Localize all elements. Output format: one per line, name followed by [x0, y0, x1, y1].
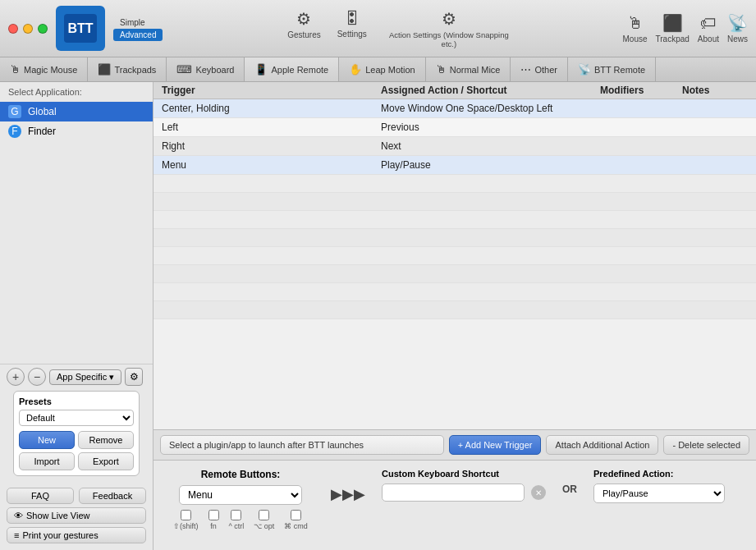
gear-icon: ⚙	[130, 371, 139, 383]
tab-keyboard[interactable]: ⌨ Keyboard	[167, 57, 245, 81]
show-live-view-button[interactable]: 👁 Show Live View	[7, 507, 146, 524]
eye-icon: 👁	[14, 511, 23, 520]
cell-trigger: Menu	[162, 159, 381, 171]
sidebar-gear-button[interactable]: ⚙	[125, 368, 143, 386]
nav-about-label: About	[698, 34, 719, 44]
nav-mouse-label: Mouse	[623, 34, 648, 44]
presets-new-button[interactable]: New	[19, 431, 75, 449]
maximize-button[interactable]	[38, 24, 48, 34]
table-row[interactable]	[153, 247, 756, 265]
tab-btt-remote[interactable]: 📡 BTT Remote	[568, 57, 656, 81]
tab-leap-motion[interactable]: ✋ Leap Motion	[339, 57, 426, 81]
nav-mouse[interactable]: 🖱 Mouse	[623, 14, 648, 44]
normal-mice-icon: 🖱	[436, 63, 447, 76]
table-row[interactable]	[153, 301, 756, 319]
nav-gestures[interactable]: ⚙ Gestures	[287, 9, 321, 48]
minimize-button[interactable]	[23, 24, 33, 34]
ctrl-label: ^ ctrl	[229, 522, 245, 530]
feedback-button[interactable]: Feedback	[79, 488, 146, 504]
show-live-view-label: Show Live View	[26, 511, 89, 520]
table-row[interactable]	[153, 283, 756, 301]
tab-leap-motion-label: Leap Motion	[365, 65, 415, 75]
ctrl-checkbox[interactable]	[231, 510, 241, 520]
global-icon: G	[8, 105, 21, 118]
cell-notes	[682, 140, 748, 152]
shift-label: ⇧(shift)	[173, 522, 199, 530]
remote-select[interactable]: Menu	[179, 485, 302, 505]
cell-trigger: Right	[162, 140, 381, 152]
bottom-panel: Remote Buttons: Menu ⇧(shift) fn	[153, 460, 756, 550]
presets-import-button[interactable]: Import	[19, 452, 75, 470]
tab-apple-remote[interactable]: 📱 Apple Remote	[245, 57, 339, 81]
table-row[interactable]	[153, 193, 756, 211]
nav-settings[interactable]: 🎛 Settings	[337, 9, 367, 48]
checkboxes-row: ⇧(shift) fn ^ ctrl	[173, 510, 308, 530]
remove-app-button[interactable]: −	[28, 368, 46, 386]
table-row[interactable]	[153, 265, 756, 283]
checkbox-ctrl: ^ ctrl	[229, 510, 245, 530]
tab-other[interactable]: ⋯ Other	[511, 57, 568, 81]
nav-action-settings[interactable]: ⚙ Action Settings (Window Snapping etc.)	[383, 9, 515, 48]
table-row[interactable]	[153, 211, 756, 229]
nav-about[interactable]: 🏷 About	[698, 14, 719, 44]
fn-checkbox[interactable]	[208, 510, 219, 520]
tab-apple-remote-label: Apple Remote	[271, 65, 328, 75]
add-app-button[interactable]: +	[7, 368, 25, 386]
close-button[interactable]	[8, 24, 18, 34]
sidebar-item-finder[interactable]: F Finder	[0, 121, 153, 141]
tab-trackpads[interactable]: ⬛ Trackpads	[88, 57, 167, 81]
mouse-icon: 🖱	[627, 14, 644, 33]
faq-button[interactable]: FAQ	[7, 488, 74, 504]
logo-icon: BTT	[64, 14, 97, 43]
predefined-select[interactable]: Play/Pause	[593, 484, 725, 503]
shortcut-input[interactable]	[382, 484, 525, 502]
tab-trackpads-label: Trackpads	[114, 65, 156, 75]
cmd-checkbox[interactable]	[291, 510, 301, 520]
sidebar-item-global[interactable]: G Global	[0, 102, 153, 121]
nav-news[interactable]: 📡 News	[727, 13, 748, 44]
cell-modifiers	[600, 121, 682, 133]
advanced-mode-tab[interactable]: Advanced	[113, 29, 163, 41]
add-trigger-button[interactable]: + Add New Trigger	[449, 435, 542, 455]
shortcut-title: Custom Keyboard Shortcut	[382, 469, 546, 479]
tab-magic-mouse[interactable]: 🖱 Magic Mouse	[0, 57, 88, 81]
app-specific-label: App Specific	[57, 372, 107, 382]
app-specific-chevron-icon: ▾	[109, 372, 114, 383]
fn-label: fn	[210, 522, 217, 530]
shortcut-section: Custom Keyboard Shortcut ✕	[382, 469, 546, 502]
print-gestures-label: Print your gestures	[22, 530, 98, 540]
gestures-icon: ⚙	[296, 9, 311, 29]
table-row[interactable]	[153, 229, 756, 247]
nav-settings-label: Settings	[337, 30, 367, 39]
opt-checkbox[interactable]	[259, 510, 269, 520]
attach-action-button[interactable]: Attach Additional Action	[546, 435, 658, 455]
main-layout: Select Application: G Global F Finder + …	[0, 82, 756, 550]
table-row[interactable]: Menu Play/Pause	[153, 156, 756, 175]
presets-select[interactable]: Default	[19, 410, 134, 426]
print-gestures-button[interactable]: ≡ Print your gestures	[7, 527, 146, 543]
clear-shortcut-button[interactable]: ✕	[531, 485, 546, 500]
simple-mode-tab[interactable]: Simple	[113, 16, 163, 29]
shift-checkbox[interactable]	[181, 510, 191, 520]
remote-buttons-title: Remote Buttons:	[201, 469, 281, 480]
cell-modifiers	[600, 140, 682, 152]
presets-remove-button[interactable]: Remove	[78, 431, 134, 449]
table-row[interactable]: Center, Holding Move Window One Space/De…	[153, 99, 756, 118]
keyboard-icon: ⌨	[176, 63, 192, 76]
presets-export-button[interactable]: Export	[78, 452, 134, 470]
checkbox-cmd: ⌘ cmd	[284, 510, 308, 530]
table-row[interactable]	[153, 175, 756, 193]
app-specific-button[interactable]: App Specific ▾	[49, 369, 121, 385]
about-icon: 🏷	[700, 14, 717, 33]
nav-trackpad[interactable]: ⬛ Trackpad	[656, 13, 690, 44]
cell-action: Next	[381, 140, 600, 152]
sidebar: Select Application: G Global F Finder + …	[0, 82, 153, 550]
table-row[interactable]: Left Previous	[153, 118, 756, 137]
table-row[interactable]: Right Next	[153, 137, 756, 156]
cmd-label: ⌘ cmd	[284, 522, 308, 530]
tab-normal-mice[interactable]: 🖱 Normal Mice	[426, 57, 511, 81]
select-plugin-button[interactable]: Select a plugin/app to launch after BTT …	[160, 435, 444, 455]
nav-action-settings-label: Action Settings (Window Snapping etc.)	[383, 30, 515, 48]
delete-selected-button[interactable]: - Delete selected	[663, 435, 749, 455]
or-label: OR	[562, 484, 577, 495]
